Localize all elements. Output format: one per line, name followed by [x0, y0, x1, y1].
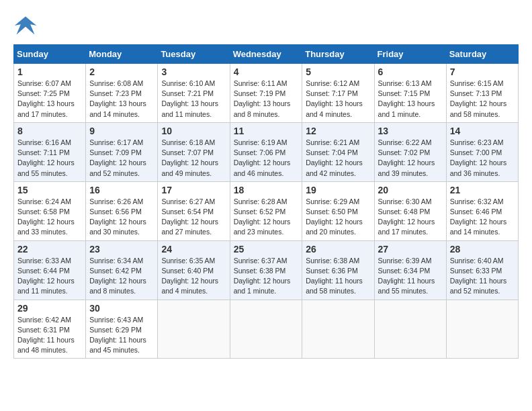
- calendar-cell: 28Sunrise: 6:40 AMSunset: 6:33 PMDayligh…: [446, 240, 518, 300]
- day-number: 19: [306, 185, 370, 195]
- day-info: Sunrise: 6:11 AMSunset: 7:19 PMDaylight:…: [234, 79, 299, 120]
- calendar-cell: 9Sunrise: 6:17 AMSunset: 7:09 PMDaylight…: [86, 122, 158, 181]
- calendar-cell: 19Sunrise: 6:29 AMSunset: 6:50 PMDayligh…: [302, 181, 374, 240]
- day-number: 27: [378, 244, 443, 255]
- day-of-week-header: Monday: [86, 45, 158, 64]
- day-info: Sunrise: 6:42 AMSunset: 6:31 PMDaylight:…: [17, 315, 82, 356]
- day-info: Sunrise: 6:24 AMSunset: 6:58 PMDaylight:…: [17, 197, 82, 238]
- calendar-cell: 5Sunrise: 6:12 AMSunset: 7:17 PMDaylight…: [302, 64, 374, 123]
- calendar-cell: [302, 300, 374, 359]
- day-number: 11: [234, 126, 299, 136]
- calendar-week-row: 15Sunrise: 6:24 AMSunset: 6:58 PMDayligh…: [14, 181, 519, 240]
- day-number: 24: [161, 244, 226, 255]
- calendar-cell: 4Sunrise: 6:11 AMSunset: 7:19 PMDaylight…: [230, 64, 302, 123]
- calendar-cell: 2Sunrise: 6:08 AMSunset: 7:23 PMDaylight…: [86, 64, 158, 123]
- calendar-cell: 30Sunrise: 6:43 AMSunset: 6:29 PMDayligh…: [86, 300, 158, 359]
- day-number: 23: [89, 244, 154, 255]
- day-info: Sunrise: 6:38 AMSunset: 6:36 PMDaylight:…: [306, 256, 370, 297]
- day-number: 2: [89, 66, 154, 77]
- day-number: 15: [17, 185, 82, 195]
- day-number: 29: [17, 303, 82, 314]
- day-number: 25: [234, 244, 299, 255]
- day-number: 30: [89, 303, 154, 314]
- calendar-cell: 17Sunrise: 6:27 AMSunset: 6:54 PMDayligh…: [158, 181, 230, 240]
- day-number: 6: [378, 66, 443, 77]
- calendar-week-row: 29Sunrise: 6:42 AMSunset: 6:31 PMDayligh…: [14, 300, 519, 359]
- day-info: Sunrise: 6:28 AMSunset: 6:52 PMDaylight:…: [234, 197, 299, 238]
- calendar-cell: 24Sunrise: 6:35 AMSunset: 6:40 PMDayligh…: [158, 240, 230, 300]
- calendar-cell: 29Sunrise: 6:42 AMSunset: 6:31 PMDayligh…: [14, 300, 86, 359]
- day-info: Sunrise: 6:30 AMSunset: 6:48 PMDaylight:…: [378, 197, 443, 238]
- calendar-cell: 22Sunrise: 6:33 AMSunset: 6:44 PMDayligh…: [14, 240, 86, 300]
- calendar-header-row: SundayMondayTuesdayWednesdayThursdayFrid…: [14, 45, 519, 64]
- day-number: 21: [450, 185, 515, 195]
- day-info: Sunrise: 6:32 AMSunset: 6:46 PMDaylight:…: [450, 197, 515, 238]
- calendar-week-row: 22Sunrise: 6:33 AMSunset: 6:44 PMDayligh…: [14, 240, 519, 300]
- calendar-cell: 11Sunrise: 6:19 AMSunset: 7:06 PMDayligh…: [230, 122, 302, 181]
- day-info: Sunrise: 6:26 AMSunset: 6:56 PMDaylight:…: [89, 197, 154, 238]
- calendar-cell: [230, 300, 302, 359]
- logo-icon: [13, 13, 38, 38]
- calendar-cell: 10Sunrise: 6:18 AMSunset: 7:07 PMDayligh…: [158, 122, 230, 181]
- calendar-cell: 15Sunrise: 6:24 AMSunset: 6:58 PMDayligh…: [14, 181, 86, 240]
- day-info: Sunrise: 6:29 AMSunset: 6:50 PMDaylight:…: [306, 197, 370, 238]
- calendar-cell: 7Sunrise: 6:15 AMSunset: 7:13 PMDaylight…: [446, 64, 518, 123]
- day-info: Sunrise: 6:23 AMSunset: 7:00 PMDaylight:…: [450, 138, 515, 179]
- calendar-cell: 1Sunrise: 6:07 AMSunset: 7:25 PMDaylight…: [14, 64, 86, 123]
- day-number: 10: [161, 126, 226, 136]
- calendar-cell: [374, 300, 446, 359]
- day-of-week-header: Tuesday: [158, 45, 230, 64]
- day-info: Sunrise: 6:22 AMSunset: 7:02 PMDaylight:…: [378, 138, 443, 179]
- calendar-cell: 14Sunrise: 6:23 AMSunset: 7:00 PMDayligh…: [446, 122, 518, 181]
- day-info: Sunrise: 6:19 AMSunset: 7:06 PMDaylight:…: [234, 138, 299, 179]
- day-number: 20: [378, 185, 443, 195]
- calendar-cell: 12Sunrise: 6:21 AMSunset: 7:04 PMDayligh…: [302, 122, 374, 181]
- day-info: Sunrise: 6:16 AMSunset: 7:11 PMDaylight:…: [17, 138, 82, 179]
- day-number: 5: [306, 66, 370, 77]
- day-info: Sunrise: 6:18 AMSunset: 7:07 PMDaylight:…: [161, 138, 226, 179]
- day-info: Sunrise: 6:39 AMSunset: 6:34 PMDaylight:…: [378, 256, 443, 297]
- day-number: 14: [450, 126, 515, 136]
- calendar-cell: 8Sunrise: 6:16 AMSunset: 7:11 PMDaylight…: [14, 122, 86, 181]
- day-info: Sunrise: 6:33 AMSunset: 6:44 PMDaylight:…: [17, 256, 82, 297]
- day-info: Sunrise: 6:43 AMSunset: 6:29 PMDaylight:…: [89, 315, 154, 356]
- day-number: 1: [17, 66, 82, 77]
- day-number: 8: [17, 126, 82, 136]
- calendar-cell: 26Sunrise: 6:38 AMSunset: 6:36 PMDayligh…: [302, 240, 374, 300]
- day-info: Sunrise: 6:12 AMSunset: 7:17 PMDaylight:…: [306, 79, 370, 120]
- page-header: [13, 13, 519, 38]
- day-info: Sunrise: 6:34 AMSunset: 6:42 PMDaylight:…: [89, 256, 154, 297]
- calendar-cell: 6Sunrise: 6:13 AMSunset: 7:15 PMDaylight…: [374, 64, 446, 123]
- calendar-cell: 27Sunrise: 6:39 AMSunset: 6:34 PMDayligh…: [374, 240, 446, 300]
- day-number: 17: [161, 185, 226, 195]
- day-info: Sunrise: 6:27 AMSunset: 6:54 PMDaylight:…: [161, 197, 226, 238]
- calendar-cell: 18Sunrise: 6:28 AMSunset: 6:52 PMDayligh…: [230, 181, 302, 240]
- calendar-cell: 21Sunrise: 6:32 AMSunset: 6:46 PMDayligh…: [446, 181, 518, 240]
- day-info: Sunrise: 6:21 AMSunset: 7:04 PMDaylight:…: [306, 138, 370, 179]
- calendar-table: SundayMondayTuesdayWednesdayThursdayFrid…: [13, 44, 519, 359]
- day-number: 13: [378, 126, 443, 136]
- calendar-cell: 20Sunrise: 6:30 AMSunset: 6:48 PMDayligh…: [374, 181, 446, 240]
- day-info: Sunrise: 6:35 AMSunset: 6:40 PMDaylight:…: [161, 256, 226, 297]
- day-number: 22: [17, 244, 82, 255]
- calendar-cell: 25Sunrise: 6:37 AMSunset: 6:38 PMDayligh…: [230, 240, 302, 300]
- calendar-cell: 3Sunrise: 6:10 AMSunset: 7:21 PMDaylight…: [158, 64, 230, 123]
- day-info: Sunrise: 6:13 AMSunset: 7:15 PMDaylight:…: [378, 79, 443, 120]
- calendar-cell: 23Sunrise: 6:34 AMSunset: 6:42 PMDayligh…: [86, 240, 158, 300]
- day-number: 7: [450, 66, 515, 77]
- day-number: 9: [89, 126, 154, 136]
- day-number: 18: [234, 185, 299, 195]
- day-info: Sunrise: 6:15 AMSunset: 7:13 PMDaylight:…: [450, 79, 515, 120]
- day-info: Sunrise: 6:17 AMSunset: 7:09 PMDaylight:…: [89, 138, 154, 179]
- day-info: Sunrise: 6:37 AMSunset: 6:38 PMDaylight:…: [234, 256, 299, 297]
- svg-marker-0: [15, 17, 36, 35]
- day-of-week-header: Sunday: [14, 45, 86, 64]
- day-info: Sunrise: 6:07 AMSunset: 7:25 PMDaylight:…: [17, 79, 82, 120]
- day-number: 4: [234, 66, 299, 77]
- logo: [13, 13, 40, 38]
- day-number: 12: [306, 126, 370, 136]
- calendar-week-row: 8Sunrise: 6:16 AMSunset: 7:11 PMDaylight…: [14, 122, 519, 181]
- day-number: 3: [161, 66, 226, 77]
- day-of-week-header: Thursday: [302, 45, 374, 64]
- day-of-week-header: Friday: [374, 45, 446, 64]
